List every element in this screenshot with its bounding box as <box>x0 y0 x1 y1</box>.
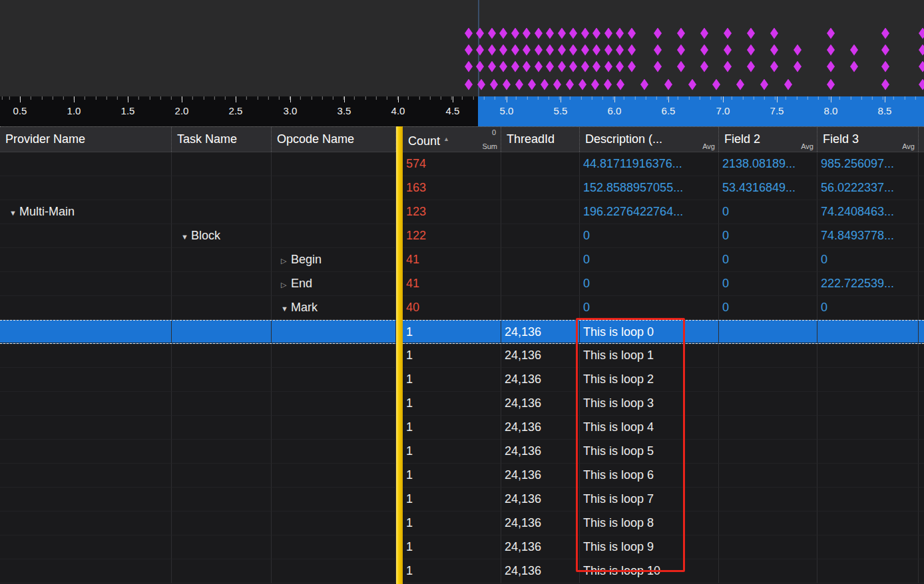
expand-collapsed-icon[interactable]: ▷ <box>281 249 291 272</box>
axis-tick-label: 1.5 <box>121 105 135 116</box>
field3-cell <box>817 464 919 488</box>
event-marker-diamond-icon <box>688 79 696 90</box>
event-marker-diamond-icon <box>546 61 554 73</box>
event-marker-diamond-icon <box>503 79 511 90</box>
column-header-threadid[interactable]: ThreadId <box>501 127 580 152</box>
axis-tick <box>74 96 75 102</box>
event-marker-diamond-icon <box>616 45 624 56</box>
event-marker-diamond-icon <box>490 79 498 90</box>
provider-name-cell <box>0 464 172 488</box>
table-row[interactable]: ▼Multi-Main123196.2276422764...074.24084… <box>0 200 924 224</box>
task-name-cell <box>172 368 272 392</box>
table-row[interactable]: 124,136This is loop 6 <box>0 464 924 488</box>
task-name-cell <box>172 511 272 535</box>
description-cell: This is loop 5 <box>580 440 719 464</box>
event-marker-diamond-icon <box>747 61 755 73</box>
event-marker-diamond-icon <box>511 28 519 39</box>
table-row[interactable]: ▷Begin41000 <box>0 248 924 272</box>
column-header-task-name[interactable]: Task Name <box>172 127 272 152</box>
field3-cell: 222.722539... <box>817 272 919 296</box>
column-label: Opcode Name <box>277 132 354 146</box>
timeline-marker-graph[interactable] <box>0 0 924 96</box>
threadid-cell <box>501 272 580 296</box>
field3-cell <box>817 321 919 343</box>
event-marker-diamond-icon <box>881 28 889 39</box>
task-name-cell <box>172 296 272 320</box>
events-table: Provider Name Task Name Opcode Name Coun… <box>0 126 924 583</box>
provider-name-cell <box>0 488 172 511</box>
count-cell: 123 <box>403 200 501 224</box>
description-cell: 0 <box>580 248 719 272</box>
axis-selection-region[interactable] <box>478 96 924 126</box>
column-header-count[interactable]: Count▲ 0 Sum <box>403 127 501 152</box>
task-name-cell <box>172 321 272 343</box>
column-header-provider-name[interactable]: Provider Name <box>0 127 172 152</box>
event-marker-diamond-icon <box>747 28 755 39</box>
column-header-field3[interactable]: Field 3 Avg <box>817 127 919 152</box>
table-row[interactable]: 124,136This is loop 5 <box>0 440 924 464</box>
event-marker-diamond-icon <box>569 61 577 73</box>
row-clipped-edge <box>919 321 924 343</box>
description-cell: This is loop 4 <box>580 416 719 440</box>
row-clipped-edge <box>919 224 924 248</box>
expand-expanded-icon[interactable]: ▼ <box>9 202 19 224</box>
description-cell: This is loop 9 <box>580 535 719 559</box>
event-marker-diamond-icon <box>523 61 531 73</box>
event-marker-diamond-icon <box>724 61 732 73</box>
event-marker-diamond-icon <box>535 61 543 73</box>
event-marker-diamond-icon <box>476 28 484 39</box>
field2-cell <box>719 464 817 488</box>
opcode-name-cell <box>272 464 396 488</box>
threadid-cell <box>501 296 580 320</box>
event-marker-diamond-icon <box>827 45 835 56</box>
row-clipped-edge <box>919 416 924 440</box>
count-cell: 1 <box>403 464 501 488</box>
event-marker-diamond-icon <box>784 79 792 90</box>
table-row[interactable]: 124,136This is loop 7 <box>0 488 924 511</box>
table-row[interactable]: 124,136This is loop 2 <box>0 368 924 392</box>
table-row[interactable]: 124,136This is loop 3 <box>0 392 924 416</box>
table-row[interactable]: 124,136This is loop 0 <box>0 320 924 344</box>
table-row[interactable]: 124,136This is loop 1 <box>0 344 924 368</box>
field3-cell <box>817 392 919 416</box>
provider-name-cell <box>0 176 172 200</box>
provider-name-cell <box>0 272 172 296</box>
provider-name-cell <box>0 559 172 583</box>
table-row[interactable]: 124,136This is loop 10 <box>0 559 924 583</box>
table-row[interactable]: ▼Mark40000 <box>0 296 924 320</box>
expand-expanded-icon[interactable]: ▼ <box>281 297 291 320</box>
event-marker-diamond-icon <box>794 45 802 56</box>
table-row[interactable]: 57444.81711916376...2138.08189...985.256… <box>0 152 924 176</box>
column-header-field2[interactable]: Field 2 Avg <box>719 127 817 152</box>
column-header-opcode-name[interactable]: Opcode Name <box>272 127 396 152</box>
event-marker-diamond-icon <box>919 28 924 39</box>
event-marker-diamond-icon <box>604 79 612 90</box>
provider-name-label: Multi-Main <box>19 205 75 218</box>
threadid-cell: 24,136 <box>501 321 580 343</box>
axis-tick <box>20 96 21 102</box>
axis-tick <box>290 96 291 102</box>
threadid-cell: 24,136 <box>501 416 580 440</box>
table-row[interactable]: ▷End4100222.722539... <box>0 272 924 296</box>
table-row[interactable]: 163152.8588957055...53.4316849...56.0222… <box>0 176 924 200</box>
table-row[interactable]: ▼Block1220074.8493778... <box>0 224 924 248</box>
expand-collapsed-icon[interactable]: ▷ <box>281 273 291 296</box>
column-label: Description (... <box>585 132 662 146</box>
axis-tick-label: 6.0 <box>608 105 622 116</box>
time-axis[interactable]: 0.51.01.52.02.53.03.54.04.55.05.56.06.57… <box>0 96 924 126</box>
expand-expanded-icon[interactable]: ▼ <box>181 225 191 248</box>
column-header-description[interactable]: Description (... Avg <box>580 127 719 152</box>
count-cell: 122 <box>403 224 501 248</box>
event-marker-diamond-icon <box>616 79 624 90</box>
table-row[interactable]: 124,136This is loop 9 <box>0 535 924 559</box>
axis-tick-label: 7.0 <box>716 105 730 116</box>
table-row[interactable]: 124,136This is loop 8 <box>0 511 924 535</box>
table-row[interactable]: 124,136This is loop 4 <box>0 416 924 440</box>
column-label: Provider Name <box>5 132 85 146</box>
axis-tick-label: 8.5 <box>878 105 892 116</box>
description-cell: 196.2276422764... <box>580 200 719 224</box>
threadid-cell: 24,136 <box>501 511 580 535</box>
axis-tick <box>831 96 831 102</box>
graph-column-splitter-bar[interactable] <box>396 126 403 584</box>
field3-cell: 0 <box>817 248 919 272</box>
